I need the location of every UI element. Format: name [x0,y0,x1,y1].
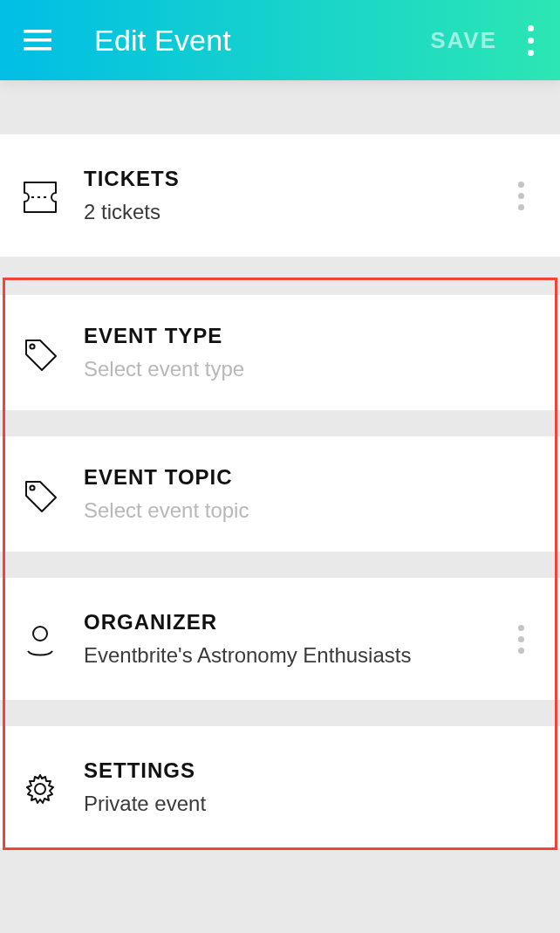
svg-point-7 [30,485,34,490]
row-title-event-topic: EVENT TOPIC [84,465,541,490]
row-title-event-type: EVENT TYPE [84,324,541,348]
row-title-settings: SETTINGS [84,758,541,783]
row-subtitle-tickets: 2 tickets [84,200,501,224]
menu-button[interactable] [17,20,58,60]
row-title-tickets: TICKETS [84,167,501,191]
svg-point-9 [35,784,45,794]
svg-point-8 [33,627,47,641]
save-button[interactable]: SAVE [430,27,497,54]
row-event-type[interactable]: EVENT TYPE Select event type [0,295,560,410]
row-title-organizer: ORGANIZER [84,610,501,635]
row-subtitle-organizer: Eventbrite's Astronomy Enthusiasts [84,643,501,668]
svg-rect-1 [24,38,51,42]
ticket-icon [21,179,59,216]
vertical-dots-icon [528,25,534,56]
row-tickets[interactable]: TICKETS 2 tickets [0,134,560,257]
edit-event-screen: Edit Event SAVE TICKETS 2 tickets [0,0,560,933]
tickets-overflow-button[interactable] [501,182,541,210]
header-overflow-button[interactable] [518,20,543,60]
tag-icon [21,335,59,374]
row-event-topic[interactable]: EVENT TOPIC Select event topic [0,436,560,552]
row-placeholder-event-type: Select event type [84,357,541,381]
row-settings[interactable]: SETTINGS Private event [0,726,560,848]
hamburger-icon [24,30,51,51]
person-icon [21,621,59,660]
svg-rect-0 [24,30,51,33]
gear-icon [21,770,59,808]
page-title: Edit Event [94,24,430,58]
organizer-overflow-button[interactable] [501,625,541,654]
app-header: Edit Event SAVE [0,0,560,80]
row-organizer[interactable]: ORGANIZER Eventbrite's Astronomy Enthusi… [0,578,560,700]
tag-icon [21,477,59,515]
row-placeholder-event-topic: Select event topic [84,498,541,523]
svg-rect-2 [24,47,51,51]
svg-point-6 [30,344,34,348]
vertical-dots-icon [518,625,524,654]
row-subtitle-settings: Private event [84,792,541,816]
vertical-dots-icon [518,182,524,210]
